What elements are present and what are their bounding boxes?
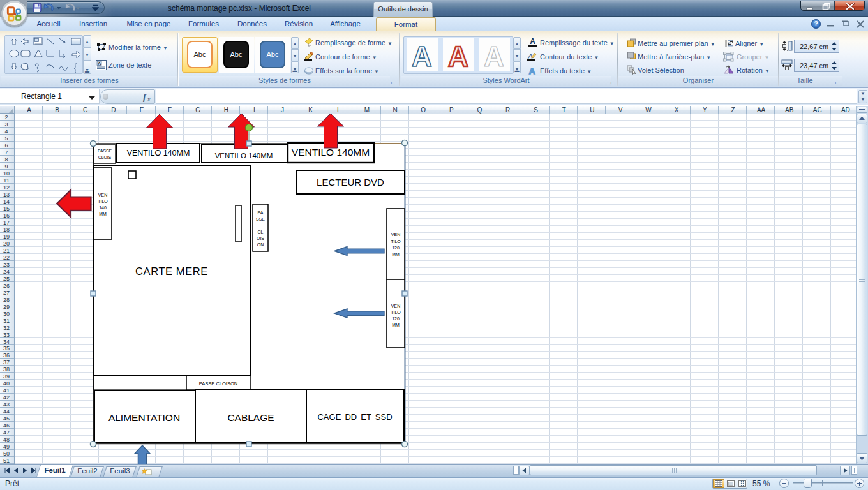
svg-text:140: 140: [99, 205, 107, 210]
svg-text:A: A: [448, 41, 468, 71]
svg-text:PASSE: PASSE: [98, 149, 112, 153]
svg-text:VENTILO 140MM: VENTILO 140MM: [215, 152, 273, 160]
svg-text:x: x: [147, 96, 151, 102]
svg-text:120: 120: [392, 246, 400, 250]
svg-text:VEN: VEN: [391, 232, 400, 237]
svg-text:A: A: [98, 61, 101, 66]
svg-text:A: A: [530, 38, 535, 46]
svg-text:MM: MM: [99, 212, 107, 216]
svg-text:CLOIS: CLOIS: [98, 155, 112, 160]
svg-text:VEN: VEN: [98, 193, 107, 197]
svg-text:A: A: [529, 66, 535, 76]
svg-text:CABLAGE: CABLAGE: [227, 412, 274, 423]
svg-text:TILO: TILO: [391, 310, 401, 315]
svg-text:OIS: OIS: [257, 236, 264, 241]
svg-text:VEN: VEN: [391, 304, 400, 308]
svg-text:MM: MM: [392, 323, 400, 327]
svg-text:120: 120: [392, 316, 400, 321]
svg-text:LECTEUR DVD: LECTEUR DVD: [317, 177, 384, 188]
svg-text:ON: ON: [257, 242, 264, 247]
svg-text:A: A: [484, 41, 504, 71]
svg-text:CARTE MERE: CARTE MERE: [135, 265, 208, 277]
svg-text:ALIMENTATION: ALIMENTATION: [108, 412, 180, 423]
svg-text:VENTILO 140MM: VENTILO 140MM: [292, 147, 370, 158]
svg-text:CL: CL: [258, 230, 264, 234]
svg-text:A: A: [412, 41, 432, 71]
svg-text:TILO: TILO: [391, 239, 401, 244]
svg-text:SSE: SSE: [256, 217, 265, 221]
svg-text:PA: PA: [258, 211, 264, 215]
svg-text:CAGE DD ET SSD: CAGE DD ET SSD: [317, 412, 392, 422]
svg-text:VENTILO 140MM: VENTILO 140MM: [127, 149, 190, 158]
svg-text:TILO: TILO: [98, 199, 108, 204]
svg-text:MM: MM: [392, 252, 400, 256]
svg-text:PASSE CLOISON: PASSE CLOISON: [199, 381, 237, 387]
svg-text:f: f: [143, 93, 147, 102]
